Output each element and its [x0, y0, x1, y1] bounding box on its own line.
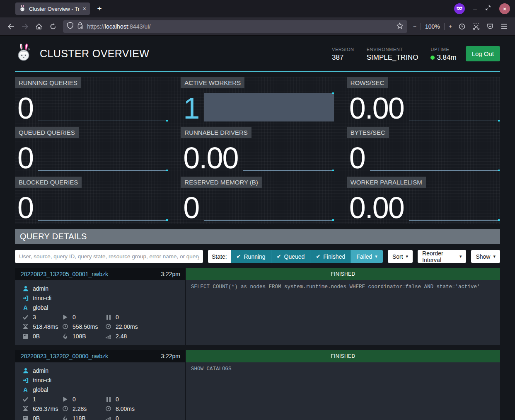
window-restore-button[interactable]	[485, 5, 491, 12]
sign-in-icon	[22, 295, 29, 301]
url-path: :8443/ui/	[128, 23, 151, 30]
query-status-badge: FINISHED	[186, 350, 500, 362]
bookmark-star-icon[interactable]	[397, 22, 403, 31]
tab-close-icon[interactable]: ×	[83, 5, 86, 12]
lock-warning-icon[interactable]	[77, 22, 83, 31]
bar-chart-icon	[105, 334, 112, 339]
history-clock-icon[interactable]	[455, 20, 469, 33]
clock-icon	[62, 406, 69, 411]
stat-label: RUNNABLE DRIVERS	[181, 127, 251, 138]
pause-icon	[105, 315, 112, 320]
version-value: 387	[332, 53, 354, 62]
browser-tab[interactable]: Cluster Overview - Trino ×	[15, 2, 90, 15]
check-icon: ✔	[237, 253, 241, 260]
query-user: admin	[33, 367, 48, 374]
zoom-level[interactable]: 100%	[425, 23, 440, 30]
uptime-status-dot	[430, 56, 435, 60]
home-icon[interactable]	[32, 20, 46, 33]
trino-cluster-overview-page: CLUSTER OVERVIEW VERSION 387 ENVIRONMENT…	[0, 36, 515, 420]
running-splits: 0	[73, 396, 76, 403]
url-bar[interactable]: https://localhost:8443/ui/	[63, 20, 407, 33]
parallelism: 2.48	[116, 333, 127, 340]
hourglass-icon	[22, 406, 29, 411]
parallelism: 0	[116, 415, 119, 420]
window-minimize-button[interactable]: –	[473, 5, 477, 12]
query-time: 3:22pm	[161, 353, 180, 359]
state-filter-queued[interactable]: ✔Queued	[271, 250, 310, 263]
environment-meta: ENVIRONMENT SIMPLE_TRINO	[367, 47, 418, 62]
state-filter-running[interactable]: ✔Running	[231, 250, 271, 263]
stat-value: 0	[17, 146, 33, 171]
chevron-down-icon: ▾	[406, 254, 409, 259]
check-icon: ✔	[316, 253, 320, 260]
query-resource-group: global	[33, 386, 48, 393]
stat-value: 0.00	[183, 146, 238, 171]
zoom-out-button[interactable]: −	[413, 23, 416, 30]
scale-icon	[22, 416, 29, 420]
url-host: localhost	[105, 23, 128, 30]
search-input[interactable]	[15, 250, 203, 263]
stat-label: QUEUED QUERIES	[15, 127, 79, 138]
sort-dropdown[interactable]: Sort▾	[388, 250, 413, 263]
chevron-down-icon: ▾	[493, 254, 496, 259]
query-id-link[interactable]: 20220823_132202_00000_nwbzk	[21, 353, 108, 359]
reorder-interval-dropdown[interactable]: Reorder Interval▾	[418, 250, 466, 263]
query-id-link[interactable]: 20220823_132205_00001_nwbzk	[21, 271, 108, 277]
sparkline-chart	[370, 143, 500, 171]
gauge-icon	[105, 324, 112, 329]
state-filter-finished[interactable]: ✔Finished	[310, 250, 351, 263]
state-filter-failed-dropdown[interactable]: Failed▾	[351, 250, 383, 263]
forward-icon[interactable]	[18, 20, 31, 33]
show-dropdown[interactable]: Show▾	[471, 250, 500, 263]
query-details-heading: QUERY DETAILS	[15, 229, 500, 244]
execution-time: 22.00ms	[116, 323, 138, 330]
chevron-down-icon: ▾	[375, 254, 377, 259]
cumulative-memory: 118B	[73, 415, 86, 420]
stat-label: RESERVED MEMORY (B)	[181, 177, 262, 188]
query-time: 3:22pm	[161, 271, 180, 277]
stat-tile-active-workers: ACTIVE WORKERS 1	[181, 77, 334, 124]
cpu-time: 558.50ms	[73, 323, 98, 330]
new-tab-button[interactable]: +	[93, 2, 106, 15]
wall-time: 518.48ms	[33, 323, 58, 330]
zoom-in-button[interactable]: +	[449, 23, 452, 30]
stat-label: BYTES/SEC	[347, 127, 389, 138]
stat-label: BLOCKED QUERIES	[15, 177, 82, 188]
pocket-icon[interactable]	[484, 20, 497, 33]
menu-hamburger-icon[interactable]	[498, 20, 511, 33]
page-title: CLUSTER OVERVIEW	[40, 48, 149, 60]
url-scheme: https://	[87, 23, 105, 30]
version-meta: VERSION 387	[332, 47, 354, 62]
stat-tile-worker-parallelism: WORKER PARALLELISM 0.00	[347, 177, 500, 223]
tab-title: Cluster Overview - Trino	[29, 6, 80, 12]
query-source: trino-cli	[33, 377, 51, 384]
back-icon[interactable]	[4, 20, 17, 33]
sign-in-icon	[22, 377, 29, 383]
reload-icon[interactable]	[46, 20, 60, 33]
cpu-time: 2.28s	[73, 405, 87, 412]
stat-value: 0	[349, 146, 365, 171]
fire-icon	[62, 333, 69, 339]
cumulative-memory: 108B	[73, 333, 86, 340]
running-splits: 0	[73, 314, 76, 320]
logout-button[interactable]: Log Out	[466, 46, 500, 61]
query-source: trino-cli	[33, 295, 51, 301]
completed-splits: 3	[33, 314, 36, 320]
shield-icon[interactable]	[67, 22, 73, 31]
page-header: CLUSTER OVERVIEW VERSION 387 ENVIRONMENT…	[15, 36, 500, 72]
sparkline-chart	[409, 192, 500, 221]
url-text[interactable]: https://localhost:8443/ui/	[87, 23, 151, 30]
stat-label: RUNNING QUERIES	[15, 77, 81, 88]
sparkline-chart	[38, 192, 168, 221]
stat-value: 0	[17, 96, 33, 121]
user-icon	[22, 368, 29, 374]
screenshot-scissors-icon[interactable]	[469, 20, 483, 33]
check-icon	[22, 397, 29, 402]
stat-label: WORKER PARALLELISM	[347, 177, 426, 188]
sparkline-chart	[38, 93, 168, 121]
stat-tile-queued-queries: QUEUED QUERIES 0	[15, 127, 168, 173]
uptime-value: 3.84m	[437, 53, 456, 62]
chevron-down-icon: ▾	[459, 254, 462, 259]
completed-splits: 1	[33, 396, 36, 403]
window-close-button[interactable]: ×	[499, 3, 510, 14]
